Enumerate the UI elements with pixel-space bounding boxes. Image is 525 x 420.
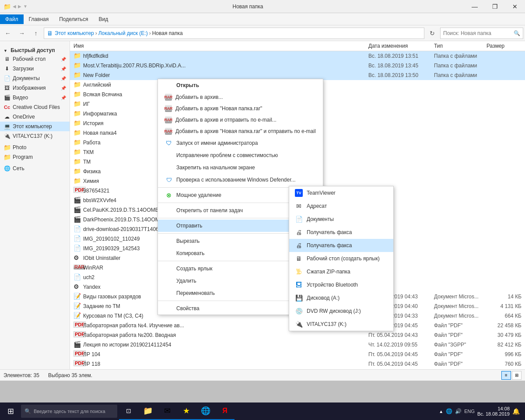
sub-documents[interactable]: 📄 Документы xyxy=(289,213,393,226)
col-header-size[interactable]: Размер xyxy=(486,43,522,49)
video-icon: 🎬 xyxy=(4,94,10,101)
ctx-defender[interactable]: 🛡 Проверка с использованием Windows Defe… xyxy=(158,174,323,186)
taskbar-chrome-button[interactable]: 🌐 xyxy=(196,402,215,420)
sub-teamviewer[interactable]: TV TeamViewer xyxy=(289,186,393,200)
sub-desktop-shortcut[interactable]: 🖥 Рабочий стол (создать ярлык) xyxy=(289,252,393,265)
status-view-buttons: ≡ ⊞ xyxy=(501,371,522,380)
file-date-cell: Пт. 05.04.2019 04:45 xyxy=(368,351,434,357)
taskbar-right: ▲ 🌐 🔊 ENG 14:08 Вс. 18.08.2019 🔔 xyxy=(435,406,523,416)
sidebar-label-images: Изображения xyxy=(13,85,46,91)
sidebar-item-photo[interactable]: 📁 Photo xyxy=(0,143,70,152)
sidebar-item-drive-k[interactable]: 🔌 VITALYC137 (K:) xyxy=(0,131,70,141)
menu-bar: Файл Главная Поделиться Вид xyxy=(0,13,525,25)
taskbar-cortana-button[interactable]: ⊡ xyxy=(119,402,138,420)
nav-back-button[interactable]: ← xyxy=(2,27,14,39)
table-row[interactable]: PDF Лабораторная работа №200. Вводная Пт… xyxy=(70,330,525,340)
sidebar-item-downloads[interactable]: ⬇ Загрузки 📌 xyxy=(0,64,70,74)
drive-k-icon: 🔌 xyxy=(4,133,10,140)
file-date-cell: Пт. 05.04.2019 04:45 xyxy=(368,361,434,367)
file-icon-cell: 🎬 xyxy=(74,216,81,224)
sidebar-item-documents[interactable]: 📄 Документы 📌 xyxy=(0,74,70,83)
table-row[interactable]: PDF ЛР 104 Пт. 05.04.2019 04:45 Файл "PD… xyxy=(70,350,525,359)
ctx-add-email[interactable]: RAR Добавить в архив и отправить по e-ma… xyxy=(158,114,323,126)
taskbar-search-icon: 🔍 xyxy=(24,408,31,414)
addr-computer[interactable]: Этот компьютер xyxy=(55,30,94,36)
view-list-button[interactable]: ≡ xyxy=(501,371,511,380)
file-type-cell: Документ Micros... xyxy=(434,303,486,309)
sub-bluetooth[interactable]: ⛾ Устройство Bluetooth xyxy=(289,278,393,291)
taskbar-lang[interactable]: ENG xyxy=(464,409,475,414)
file-icon-cell: PDF xyxy=(74,350,81,358)
taskbar-search[interactable]: 🔍 Введите здесь текст для поиска xyxy=(21,405,117,418)
table-row[interactable]: PDF ЛР 118 Пт. 05.04.2019 04:45 Файл "PD… xyxy=(70,359,525,369)
taskbar-explorer-button[interactable]: 📁 xyxy=(138,402,158,420)
sub-fax1[interactable]: 🖨 Получатель факса xyxy=(289,226,393,239)
taskbar-volume-icon[interactable]: 🔊 xyxy=(455,408,462,414)
sub-dvd[interactable]: 💿 DVD RW дисковод (J:) xyxy=(289,304,393,318)
ctx-run-admin[interactable]: 🛡 Запуск от имени администратора xyxy=(158,137,323,149)
start-button[interactable]: ⊞ xyxy=(2,402,19,420)
ctx-add-named-email[interactable]: RAR Добавить в архив "Новая папка.rar" и… xyxy=(158,126,323,137)
ctx-fix-compat[interactable]: Исправление проблем с совместимостью xyxy=(158,149,323,161)
sidebar-item-desktop[interactable]: 🖥 Рабочий стол 📌 xyxy=(0,54,70,64)
nav-forward-button[interactable]: → xyxy=(16,27,28,39)
refresh-button[interactable]: ↻ xyxy=(426,27,438,39)
file-name-cell: Лекция по истории 20190214112454 xyxy=(83,342,368,348)
ctx-unpin-icon xyxy=(165,206,173,214)
table-row[interactable]: 📝 Практика Сб. 10.08.2019 21:06 Документ… xyxy=(70,369,525,369)
sidebar-item-computer[interactable]: 💻 Этот компьютер xyxy=(0,122,70,131)
addr-drive[interactable]: Локальный диск (E:) xyxy=(98,30,148,36)
sub-zip-icon: 🗜 xyxy=(294,267,303,276)
nav-up-button[interactable]: ↑ xyxy=(30,27,42,39)
ctx-pin-start[interactable]: Закрепить на начальном экране xyxy=(158,161,323,174)
sub-email[interactable]: ✉ Адресат xyxy=(289,200,393,213)
sidebar-item-video[interactable]: 🎬 Видео 📌 xyxy=(0,93,70,102)
file-icon-cell: PDF xyxy=(74,360,81,368)
sidebar-label-network: Сеть xyxy=(13,165,24,172)
taskbar-arrow-icon[interactable]: ▲ xyxy=(439,409,443,414)
menu-share[interactable]: Поделиться xyxy=(54,14,93,24)
file-size-cell: 82 412 КБ xyxy=(486,342,522,348)
col-header-name[interactable]: Имя xyxy=(74,43,368,49)
taskbar-clock[interactable]: 14:08 Вс. 18.08.2019 xyxy=(477,406,510,416)
file-icon-cell: 📁 xyxy=(74,158,81,166)
menu-home[interactable]: Главная xyxy=(24,14,54,24)
sub-fax2[interactable]: 🖨 Получатель факса xyxy=(289,239,393,252)
sidebar-item-cc[interactable]: Cc Creative Cloud Files xyxy=(0,102,70,112)
menu-file[interactable]: Файл xyxy=(0,14,24,24)
sidebar-item-program[interactable]: 📁 Program xyxy=(0,152,70,162)
sidebar-item-onedrive[interactable]: ☁ OneDrive xyxy=(0,112,70,122)
taskbar-notification-icon[interactable]: 🔔 xyxy=(512,408,520,415)
ctx-add-named-archive[interactable]: RAR Добавить в архив "Новая папка.rar" xyxy=(158,103,323,114)
col-header-date[interactable]: Дата изменения xyxy=(368,43,434,49)
file-icon-cell: 📁 xyxy=(74,177,81,185)
restore-button[interactable]: ❐ xyxy=(485,0,505,13)
photo-folder-icon: 📁 xyxy=(4,144,10,151)
taskbar-yandex-button[interactable]: Я xyxy=(215,402,234,420)
col-header-type[interactable]: Тип xyxy=(434,43,486,49)
search-box[interactable]: 🔍 xyxy=(440,28,523,39)
address-bar[interactable]: 🖥 Этот компьютер › Локальный диск (E:) ›… xyxy=(44,28,424,39)
sidebar-item-network[interactable]: 🌐 Сеть xyxy=(0,164,70,173)
minimize-button[interactable]: — xyxy=(465,0,485,13)
taskbar-mail-button[interactable]: ✉ xyxy=(158,402,177,420)
sub-vitalyc[interactable]: 🔌 VITALYC137 (K:) xyxy=(289,318,393,331)
view-grid-button[interactable]: ⊞ xyxy=(512,371,522,380)
vid-icon: 🎬 xyxy=(74,206,81,213)
table-row[interactable]: 📁 hfjfkdfkdkd Вс. 18.08.2019 13:51 Папка… xyxy=(70,51,525,61)
sub-drive-a[interactable]: 💾 Дисковод (A:) xyxy=(289,291,393,304)
ctx-add-archive[interactable]: RAR Добавить в архив... xyxy=(158,91,323,103)
mail-icon: ✉ xyxy=(164,406,171,416)
search-input[interactable] xyxy=(443,30,514,36)
sidebar-item-images[interactable]: 🖼 Изображения 📌 xyxy=(0,83,70,93)
taskbar-antivirus-button[interactable]: ★ xyxy=(177,402,196,420)
close-button[interactable]: ✕ xyxy=(505,0,525,13)
sidebar-label-video: Видео xyxy=(13,94,28,101)
ctx-open[interactable]: Открыть xyxy=(158,79,323,91)
table-row[interactable]: 📁 Most.V.Terabitiju.2007.RUS.BDRip.XviD.… xyxy=(70,61,525,70)
file-date-cell: Вс. 18.08.2019 13:45 xyxy=(368,63,434,69)
quick-access-header: ▼ Быстрый доступ xyxy=(0,45,70,54)
sub-zip[interactable]: 🗜 Сжатая ZIP-папка xyxy=(289,265,393,278)
menu-view[interactable]: Вид xyxy=(93,14,113,24)
table-row[interactable]: 🎬 Лекция по истории 20190214112454 Чт. 1… xyxy=(70,340,525,350)
